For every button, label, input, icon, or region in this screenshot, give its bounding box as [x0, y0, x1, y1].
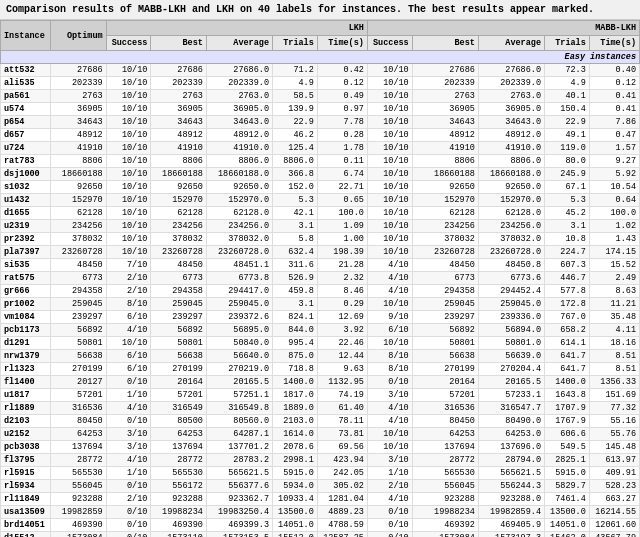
- table-cell: 6/10: [367, 324, 412, 337]
- table-cell: 316547.7: [478, 402, 544, 415]
- table-cell: 469390: [51, 519, 106, 532]
- table-cell: 663.27: [589, 493, 639, 506]
- table-row: u1817572011/105720157251.11817.074.193/1…: [1, 389, 640, 402]
- table-cell: 10/10: [367, 246, 412, 259]
- table-cell: 18660188.0: [206, 168, 272, 181]
- table-cell: 28772: [412, 454, 478, 467]
- table-cell: p654: [1, 116, 51, 129]
- table-cell: 49.1: [545, 129, 590, 142]
- table-cell: 0.28: [317, 129, 367, 142]
- col-mabb-time: Time(s): [589, 36, 639, 51]
- table-cell: 0/10: [106, 415, 151, 428]
- table-cell: 4/10: [367, 272, 412, 285]
- table-row: att5322768610/102768627686.071.20.4210/1…: [1, 64, 640, 77]
- table-cell: 0/10: [367, 532, 412, 538]
- table-cell: 48912: [412, 129, 478, 142]
- table-cell: 100.0: [589, 207, 639, 220]
- table-cell: 556045: [51, 480, 106, 493]
- table-cell: 10/10: [367, 129, 412, 142]
- table-cell: 4788.59: [317, 519, 367, 532]
- table-cell: 316536: [412, 402, 478, 415]
- table-cell: 20164: [151, 376, 206, 389]
- table-cell: 565530: [51, 467, 106, 480]
- table-cell: 526.9: [273, 272, 318, 285]
- table-cell: 92650.0: [478, 181, 544, 194]
- table-cell: d1655: [1, 207, 51, 220]
- table-cell: 565621.5: [478, 467, 544, 480]
- table-cell: 234256: [151, 220, 206, 233]
- table-cell: 28772: [51, 454, 106, 467]
- table-row: u143215297010/10152970152970.05.30.6510/…: [1, 194, 640, 207]
- table-cell: u1432: [1, 194, 51, 207]
- table-cell: 1400.0: [545, 376, 590, 389]
- table-cell: d657: [1, 129, 51, 142]
- table-cell: 10/10: [367, 168, 412, 181]
- table-cell: 61.40: [317, 402, 367, 415]
- table-cell: 923288: [412, 493, 478, 506]
- table-cell: 4/10: [367, 415, 412, 428]
- table-cell: 80490.0: [478, 415, 544, 428]
- table-cell: 22.71: [317, 181, 367, 194]
- table-cell: 62128: [51, 207, 106, 220]
- table-cell: 270199: [151, 363, 206, 376]
- table-cell: 641.7: [545, 350, 590, 363]
- table-cell: 41910: [51, 142, 106, 155]
- table-cell: 6773: [412, 272, 478, 285]
- table-cell: 0.12: [317, 77, 367, 90]
- table-row: rat783880610/1088068806.08806.00.1110/10…: [1, 155, 640, 168]
- table-cell: 50801: [51, 337, 106, 350]
- table-cell: 92650: [51, 181, 106, 194]
- table-cell: 28794.0: [478, 454, 544, 467]
- table-cell: 234256.0: [478, 220, 544, 233]
- table-cell: 923288: [151, 493, 206, 506]
- table-cell: 294358: [151, 285, 206, 298]
- table-cell: 12.44: [317, 350, 367, 363]
- table-cell: 18.16: [589, 337, 639, 350]
- table-cell: 56894.0: [478, 324, 544, 337]
- table-cell: 6/10: [106, 363, 151, 376]
- table-cell: 23260728: [412, 246, 478, 259]
- table-cell: 316549: [151, 402, 206, 415]
- table-row: fl1400201270/102016420165.51400.01132.95…: [1, 376, 640, 389]
- col-instance: Instance: [1, 21, 51, 51]
- table-cell: pa561: [1, 90, 51, 103]
- table-cell: 844.0: [273, 324, 318, 337]
- table-cell: 10/10: [106, 194, 151, 207]
- table-row: s10329265010/109265092650.0152.022.7110/…: [1, 181, 640, 194]
- table-cell: 10/10: [106, 90, 151, 103]
- col-mabb-trials: Trials: [545, 36, 590, 51]
- table-cell: 137694: [412, 441, 478, 454]
- table-cell: 48450.8: [478, 259, 544, 272]
- table-cell: 4/10: [367, 285, 412, 298]
- table-cell: 6/10: [106, 311, 151, 324]
- table-cell: 2103.0: [273, 415, 318, 428]
- table-cell: 3.1: [273, 298, 318, 311]
- table-cell: fl1400: [1, 376, 51, 389]
- table-cell: 239297: [412, 311, 478, 324]
- table-cell: 9/10: [367, 311, 412, 324]
- table-cell: 12.69: [317, 311, 367, 324]
- table-row: rat57567732/1067736773.8526.92.324/10677…: [1, 272, 640, 285]
- table-cell: 57201: [51, 389, 106, 402]
- table-cell: 19983250.4: [206, 506, 272, 519]
- table-cell: 565530: [412, 467, 478, 480]
- col-lkh-group: LKH: [106, 21, 367, 36]
- table-cell: 71.2: [273, 64, 318, 77]
- table-cell: 4/10: [367, 259, 412, 272]
- table-cell: 80450: [51, 415, 106, 428]
- table-cell: 2763: [151, 90, 206, 103]
- table-cell: 10/10: [367, 142, 412, 155]
- table-cell: 174.15: [589, 246, 639, 259]
- table-row: usa13509199828590/101998823419983250.413…: [1, 506, 640, 519]
- table-cell: 11.21: [589, 298, 639, 311]
- table-cell: 1573084: [51, 532, 106, 538]
- table-cell: 6/10: [106, 350, 151, 363]
- table-cell: 4889.23: [317, 506, 367, 519]
- table-cell: 73.81: [317, 428, 367, 441]
- table-cell: s1032: [1, 181, 51, 194]
- table-cell: 77.32: [589, 402, 639, 415]
- table-cell: 2/10: [106, 285, 151, 298]
- table-cell: 824.1: [273, 311, 318, 324]
- table-cell: 10/10: [367, 181, 412, 194]
- table-cell: 239336.0: [478, 311, 544, 324]
